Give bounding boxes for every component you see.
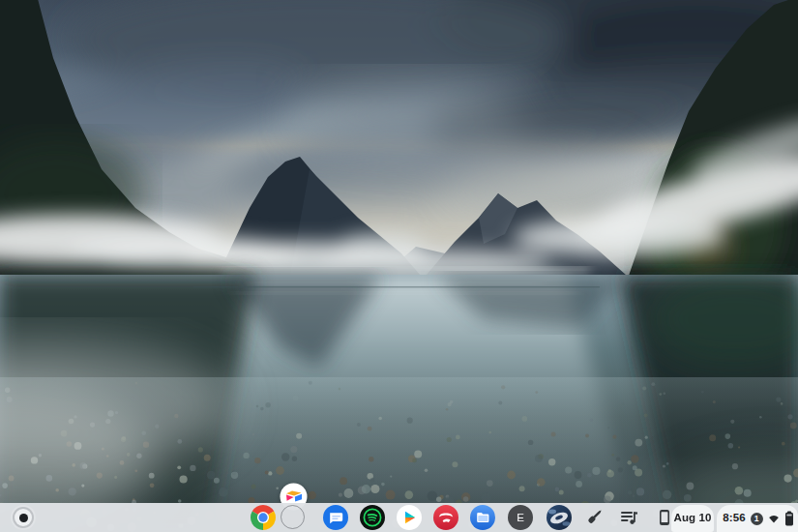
eyedropper-icon bbox=[581, 505, 606, 530]
wallpaper-art bbox=[0, 0, 798, 532]
letter-e-icon: E bbox=[508, 505, 533, 530]
queue-music-icon bbox=[617, 505, 642, 530]
shelf-app-placeholder-slot[interactable] bbox=[281, 505, 305, 529]
date-label: Aug 10 bbox=[674, 513, 712, 524]
app-letter: E bbox=[517, 512, 524, 523]
messages-icon bbox=[323, 505, 348, 530]
clock-label: 8:56 bbox=[723, 513, 745, 524]
launcher-button[interactable] bbox=[15, 509, 32, 526]
shelf-app-files[interactable] bbox=[470, 505, 495, 530]
shelf-app-spotify[interactable] bbox=[360, 505, 385, 530]
calendar-date-pill[interactable]: Aug 10 bbox=[671, 505, 714, 532]
shelf-app-messages[interactable] bbox=[323, 505, 348, 530]
stadia-icon bbox=[433, 505, 458, 530]
photo-thumbnail-icon bbox=[547, 505, 572, 530]
wallpaper-milford-sound bbox=[0, 0, 798, 532]
desktop[interactable]: E bbox=[0, 0, 798, 532]
shelf-app-color-picker[interactable] bbox=[581, 505, 606, 530]
shelf-app-play-store[interactable] bbox=[397, 505, 422, 530]
shelf-app-photo[interactable] bbox=[547, 505, 572, 530]
shelf-app-e[interactable]: E bbox=[508, 505, 533, 530]
notification-count-badge: 1 bbox=[751, 513, 763, 525]
files-icon bbox=[470, 505, 495, 530]
shelf-app-media-playlist[interactable] bbox=[617, 505, 642, 530]
shelf-app-stadia[interactable] bbox=[433, 505, 458, 530]
shelf: E bbox=[0, 503, 798, 532]
shelf-app-chrome[interactable] bbox=[251, 505, 276, 530]
chrome-icon bbox=[251, 505, 276, 530]
status-tray[interactable]: 8:56 1 bbox=[717, 505, 798, 532]
wifi-icon bbox=[768, 513, 780, 524]
play-store-icon bbox=[397, 505, 422, 530]
spotify-icon bbox=[360, 505, 385, 530]
battery-icon bbox=[784, 511, 794, 526]
